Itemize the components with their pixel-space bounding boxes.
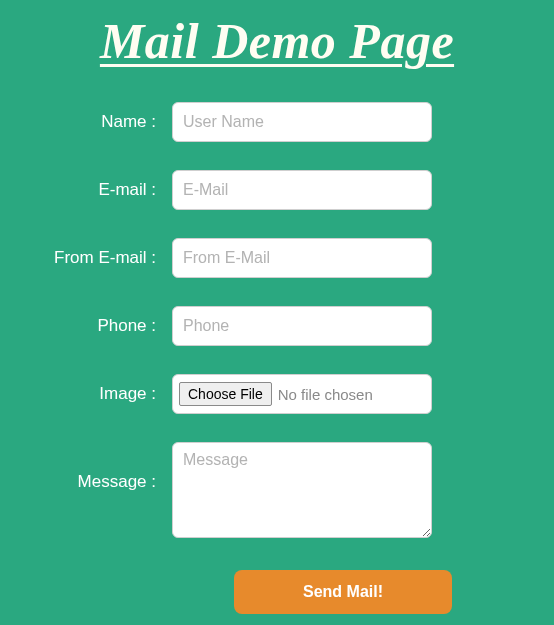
row-message: Message : — [40, 442, 514, 542]
page-title: Mail Demo Page — [0, 0, 554, 94]
row-from-email: From E-mail : — [40, 238, 514, 278]
name-input[interactable] — [172, 102, 432, 142]
row-phone: Phone : — [40, 306, 514, 346]
label-image: Image : — [40, 384, 172, 404]
label-email: E-mail : — [40, 180, 172, 200]
from-email-input[interactable] — [172, 238, 432, 278]
email-input[interactable] — [172, 170, 432, 210]
row-image: Image : Choose File No file chosen — [40, 374, 514, 414]
row-email: E-mail : — [40, 170, 514, 210]
label-from-email: From E-mail : — [40, 248, 172, 268]
label-name: Name : — [40, 112, 172, 132]
image-file-input[interactable]: Choose File No file chosen — [172, 374, 432, 414]
choose-file-button[interactable]: Choose File — [179, 382, 272, 406]
phone-input[interactable] — [172, 306, 432, 346]
mail-form: Name : E-mail : From E-mail : Phone : Im… — [0, 94, 554, 614]
file-status-text: No file chosen — [278, 386, 373, 403]
send-mail-button[interactable]: Send Mail! — [234, 570, 452, 614]
message-textarea[interactable] — [172, 442, 432, 538]
label-message: Message : — [40, 442, 172, 492]
row-submit: Send Mail! — [40, 570, 514, 614]
row-name: Name : — [40, 102, 514, 142]
label-phone: Phone : — [40, 316, 172, 336]
